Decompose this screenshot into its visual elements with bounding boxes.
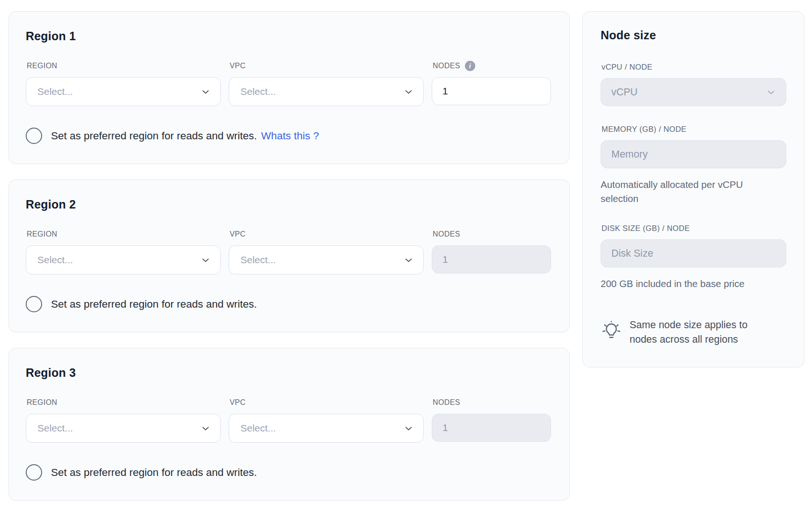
region-field-label: REGION: [27, 229, 221, 239]
chevron-down-icon: [403, 423, 414, 434]
info-icon[interactable]: i: [465, 61, 475, 71]
disk-input: Disk Size: [601, 239, 786, 267]
region-3-vpc-select[interactable]: Select...: [229, 414, 424, 443]
node-size-title: Node size: [601, 29, 786, 42]
disk-group: DISK SIZE (GB) / NODE Disk Size 200 GB i…: [601, 224, 786, 291]
region-1-vpc-select[interactable]: Select...: [229, 77, 424, 106]
disk-placeholder: Disk Size: [611, 248, 653, 259]
regions-column: Region 1 REGION Select... VPC: [8, 11, 570, 501]
chevron-down-icon: [403, 86, 414, 97]
node-size-card: Node size vCPU / NODE vCPU MEMORY (GB) /…: [582, 11, 805, 367]
preferred-radio-label: Set as preferred region for reads and wr…: [51, 467, 257, 479]
region-2-title: Region 2: [26, 198, 550, 211]
region-2-card: Region 2 REGION Select... VPC: [8, 180, 570, 332]
region-1-card: Region 1 REGION Select... VPC: [8, 11, 570, 164]
memory-input: Memory: [601, 140, 786, 168]
region-2-nodes-input: [432, 245, 551, 273]
select-placeholder: Select...: [37, 423, 73, 434]
select-placeholder: Select...: [240, 254, 276, 266]
select-placeholder: Select...: [37, 86, 73, 97]
region-1-region-select[interactable]: Select...: [26, 77, 221, 106]
select-placeholder: Select...: [240, 423, 276, 434]
lightbulb-icon: [601, 319, 622, 342]
region-field-label: REGION: [27, 61, 221, 71]
region-1-preferred-radio[interactable]: [26, 128, 42, 144]
nodes-field-label: NODES: [433, 229, 551, 239]
region-1-fields: REGION Select... VPC Select...: [26, 61, 550, 106]
chevron-down-icon: [200, 423, 211, 434]
vpc-field-label: VPC: [230, 397, 424, 408]
region-3-preferred-row: Set as preferred region for reads and wr…: [26, 464, 550, 481]
region-field-label: REGION: [27, 397, 221, 408]
region-2-preferred-row: Set as preferred region for reads and wr…: [26, 296, 550, 312]
page-layout: Region 1 REGION Select... VPC: [0, 0, 812, 501]
region-3-title: Region 3: [26, 366, 550, 380]
region-1-preferred-row: Set as preferred region for reads and wr…: [26, 128, 550, 144]
node-size-note-text: Same node size applies to nodes across a…: [630, 318, 763, 346]
node-size-note: Same node size applies to nodes across a…: [601, 318, 786, 346]
select-placeholder: Select...: [37, 254, 73, 266]
region-2-region-select[interactable]: Select...: [26, 245, 221, 274]
vcpu-select: vCPU: [601, 78, 786, 106]
whats-this-link[interactable]: Whats this ?: [261, 130, 319, 142]
region-3-fields: REGION Select... VPC Select...: [26, 397, 550, 443]
region-3-region-select[interactable]: Select...: [26, 414, 221, 443]
chevron-down-icon: [200, 86, 211, 97]
memory-label: MEMORY (GB) / NODE: [602, 125, 786, 134]
chevron-down-icon: [766, 87, 776, 98]
nodes-field-label: NODES: [433, 397, 551, 408]
disk-help-text: 200 GB included in the base price: [601, 277, 769, 291]
chevron-down-icon: [200, 255, 211, 266]
disk-label: DISK SIZE (GB) / NODE: [602, 224, 786, 233]
memory-placeholder: Memory: [611, 149, 648, 160]
memory-group: MEMORY (GB) / NODE Memory Automatically …: [601, 125, 786, 205]
vcpu-label: vCPU / NODE: [602, 63, 786, 72]
nodes-field-label: NODES i: [433, 61, 551, 71]
preferred-radio-label: Set as preferred region for reads and wr…: [51, 130, 257, 142]
region-2-preferred-radio[interactable]: [26, 296, 42, 312]
select-placeholder: Select...: [240, 86, 276, 97]
vpc-field-label: VPC: [230, 229, 424, 239]
vcpu-placeholder: vCPU: [611, 86, 638, 98]
region-2-fields: REGION Select... VPC Select...: [26, 229, 550, 274]
chevron-down-icon: [403, 255, 414, 266]
region-1-nodes-input[interactable]: [432, 77, 551, 105]
preferred-radio-label: Set as preferred region for reads and wr…: [51, 298, 257, 310]
region-3-card: Region 3 REGION Select... VPC: [8, 348, 570, 501]
memory-help-text: Automatically allocated per vCPU selecti…: [601, 178, 769, 205]
vcpu-group: vCPU / NODE vCPU: [601, 63, 786, 106]
vpc-field-label: VPC: [230, 61, 424, 71]
region-3-preferred-radio[interactable]: [26, 464, 42, 481]
region-3-nodes-input: [432, 414, 551, 442]
region-2-vpc-select[interactable]: Select...: [229, 245, 424, 274]
region-1-title: Region 1: [26, 29, 550, 43]
